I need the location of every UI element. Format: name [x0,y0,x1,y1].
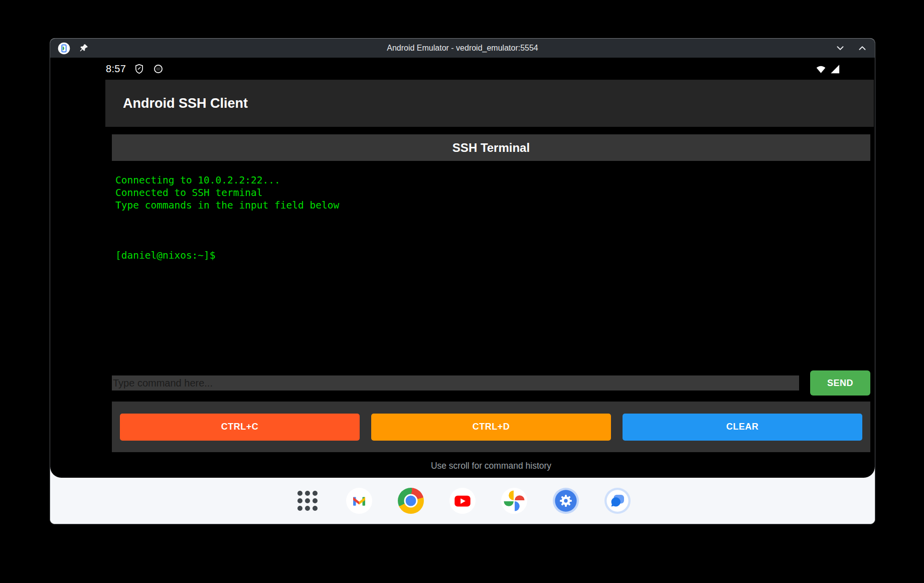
desktop-background: Android Emulator - vedroid_emulator:5554… [0,0,924,583]
terminal-header: SSH Terminal [112,134,870,161]
wifi-icon [815,63,827,75]
dock-icon-chrome[interactable] [398,488,424,514]
command-input-row: SEND [112,370,870,396]
send-button[interactable]: SEND [810,370,870,396]
shield-icon [133,63,145,75]
dock-icon-gmail[interactable] [346,488,372,514]
settings-gear-icon [553,488,579,514]
app-title: Android SSH Client [123,96,248,111]
dock-icon-youtube[interactable] [449,488,476,514]
command-input[interactable] [112,375,799,391]
notification-icon [152,63,164,75]
control-button-strip: CTRL+C CTRL+D CLEAR [112,402,870,452]
status-clock: 8:57 [106,63,126,75]
signal-icon [829,63,841,75]
google-photos-icon [501,488,527,514]
chevron-down-icon[interactable] [835,43,846,54]
emulator-logo-icon [57,42,71,55]
app-drawer-icon [296,490,319,512]
terminal-output[interactable]: Connecting to 10.0.2.2:22... Connected t… [112,161,870,370]
chevron-up-icon[interactable] [857,43,868,54]
dock-icon-messages[interactable] [604,488,631,514]
ctrl-c-button[interactable]: CTRL+C [120,414,360,441]
messages-icon [604,488,631,514]
clear-button[interactable]: CLEAR [623,414,862,441]
dock-icon-settings[interactable] [553,488,579,514]
android-screen: 8:57 [50,58,875,478]
status-bar[interactable]: 8:57 [50,58,875,80]
ctrl-d-button[interactable]: CTRL+D [371,414,611,441]
window-title: Android Emulator - vedroid_emulator:5554 [50,44,875,53]
pin-icon[interactable] [79,43,89,53]
window-titlebar[interactable]: Android Emulator - vedroid_emulator:5554 [50,39,875,58]
terminal-header-label: SSH Terminal [452,141,530,155]
dock-icon-google-photos[interactable] [501,488,527,514]
gmail-icon [346,488,372,514]
emulator-window: Android Emulator - vedroid_emulator:5554… [50,38,875,524]
youtube-icon [449,488,476,514]
app-drawer-button[interactable] [294,488,321,514]
chrome-icon [398,488,424,514]
app-toolbar: Android SSH Client [105,80,874,127]
scroll-hint: Use scroll for command history [112,461,870,471]
